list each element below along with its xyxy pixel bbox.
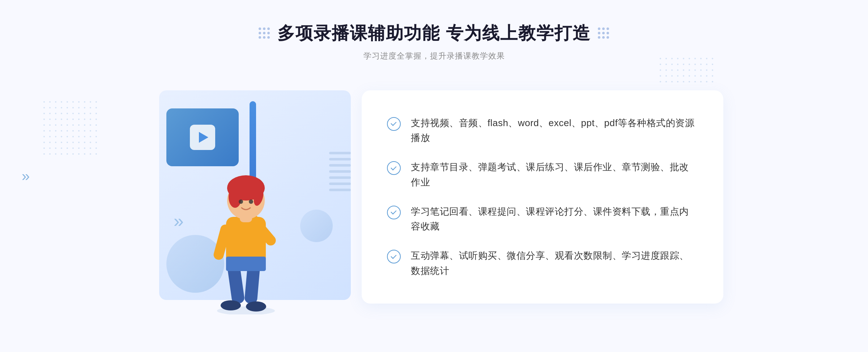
subtitle: 学习进度全掌握，提升录播课教学效果 [259,51,609,61]
title-dots-left [259,27,270,39]
feature-item-3: 学习笔记回看、课程提问、课程评论打分、课件资料下载，重点内容收藏 [387,204,698,234]
feature-text-2: 支持章节目录、弹题考试、课后练习、课后作业、章节测验、批改作业 [411,160,698,190]
svg-point-13 [239,199,243,204]
check-circle-1 [387,117,401,131]
check-icon-1 [387,117,401,131]
feature-text-4: 互动弹幕、试听购买、微信分享、观看次数限制、学习进度跟踪、数据统计 [411,248,698,278]
check-circle-3 [387,206,401,219]
double-arrow-icon: » [22,168,30,184]
svg-point-3 [221,300,241,310]
arrow-left-decoration: » [22,168,30,184]
person-illustration [192,141,300,314]
check-icon-4 [387,250,401,263]
page-container: » 多项录播课辅助功能 专为线上教学打造 学习进度全掌握，提升录播课教学效果 [0,0,868,352]
check-circle-2 [387,161,401,175]
right-content-panel: 支持视频、音频、flash、word、excel、ppt、pdf等各种格式的资源… [362,90,723,304]
feature-item-2: 支持章节目录、弹题考试、课后练习、课后作业、章节测验、批改作业 [387,160,698,190]
angle-quotes-decoration: « [174,210,184,231]
bg-dots-left [43,101,100,158]
title-dots-right [598,27,609,39]
feature-item-1: 支持视频、音频、flash、word、excel、ppt、pdf等各种格式的资源… [387,116,698,146]
svg-point-14 [249,199,253,204]
stripe-decoration [329,152,351,195]
feature-text-1: 支持视频、音频、flash、word、excel、ppt、pdf等各种格式的资源… [411,116,698,146]
left-image-section: « [145,80,369,314]
svg-point-4 [246,301,266,312]
svg-rect-15 [226,257,266,271]
header-section: 多项录播课辅助功能 专为线上教学打造 学习进度全掌握，提升录播课教学效果 [259,0,609,69]
content-area: « 支持视频、音频、flash、word、excel、ppt、pdf等各种格式的… [145,80,723,314]
check-icon-3 [387,206,401,219]
feature-text-3: 学习笔记回看、课程提问、课程评论打分、课件资料下载，重点内容收藏 [411,204,698,234]
main-title: 多项录播课辅助功能 专为线上教学打造 [277,22,590,45]
circle-small-decoration [300,210,333,242]
svg-point-11 [229,186,242,208]
check-circle-4 [387,250,401,263]
check-icon-2 [387,161,401,175]
feature-item-4: 互动弹幕、试听购买、微信分享、观看次数限制、学习进度跟踪、数据统计 [387,248,698,278]
title-wrapper: 多项录播课辅助功能 专为线上教学打造 [259,22,609,45]
